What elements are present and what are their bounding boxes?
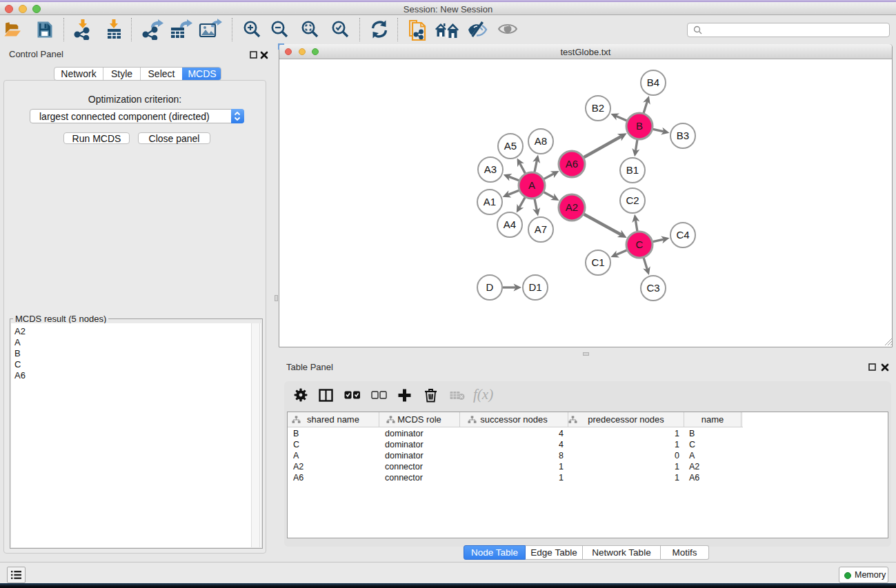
svg-text:D1: D1	[528, 281, 541, 293]
svg-text:B2: B2	[592, 102, 604, 114]
svg-text:A3: A3	[484, 163, 497, 175]
svg-text:A2: A2	[566, 201, 578, 213]
svg-text:A1: A1	[484, 196, 496, 207]
svg-text:C2: C2	[626, 194, 639, 206]
svg-text:A: A	[528, 179, 535, 191]
svg-text:C: C	[636, 239, 644, 250]
svg-text:A6: A6	[566, 158, 578, 170]
svg-text:D: D	[486, 281, 494, 293]
svg-text:C1: C1	[591, 256, 604, 268]
svg-text:B3: B3	[677, 130, 689, 141]
svg-text:B: B	[636, 120, 643, 132]
svg-text:B1: B1	[626, 164, 639, 176]
svg-text:A8: A8	[535, 135, 547, 147]
svg-text:A4: A4	[504, 219, 516, 230]
svg-text:A7: A7	[535, 223, 547, 235]
svg-text:A5: A5	[504, 140, 517, 152]
svg-text:B4: B4	[647, 77, 659, 88]
svg-text:C3: C3	[646, 282, 659, 294]
svg-text:C4: C4	[676, 229, 689, 241]
